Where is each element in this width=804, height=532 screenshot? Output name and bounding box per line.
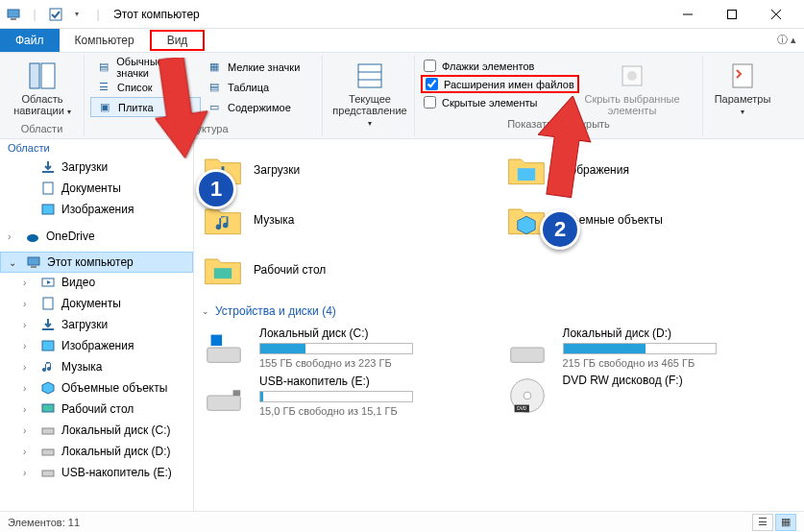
expand-icon[interactable]: › (23, 362, 35, 373)
sidebar-item-drive-d[interactable]: ›Локальный диск (D:) (0, 441, 193, 462)
folder-label: Музыка (254, 213, 294, 227)
checkbox-item-flags[interactable]: Флажки элементов (421, 59, 579, 73)
checkbox-qat-icon[interactable] (48, 7, 63, 22)
layout-table[interactable]: ▤Таблица (201, 77, 308, 97)
nav-pane[interactable]: Области Загрузки Документы Изображения ›… (0, 139, 194, 511)
expand-icon[interactable]: › (8, 231, 19, 242)
layout-content-label: Содержимое (228, 102, 291, 113)
expand-icon[interactable]: › (23, 404, 35, 415)
expand-icon[interactable]: › (23, 341, 35, 351)
nav-pane-button[interactable]: Областьнавигации ▾ (6, 57, 79, 117)
svg-rect-26 (42, 428, 54, 434)
sidebar-item-label: Видео (61, 276, 95, 289)
svg-rect-20 (31, 266, 37, 268)
svg-text:DVD: DVD (517, 406, 527, 411)
sidebar-item-drive-c[interactable]: ›Локальный диск (C:) (0, 420, 193, 441)
drive-icon (40, 444, 56, 459)
expand-icon[interactable]: › (23, 447, 35, 457)
current-view-button[interactable]: Текущеепредставление ▾ (329, 57, 411, 129)
expand-icon[interactable]: › (23, 320, 35, 330)
options-button[interactable]: Параметры▾ (709, 57, 776, 117)
svg-rect-23 (42, 328, 54, 330)
checkbox-item-flags-label: Флажки элементов (442, 60, 534, 72)
usb-drive-icon (202, 374, 246, 418)
sidebar-item-pictures-qa[interactable]: Изображения (0, 199, 193, 220)
drive-e[interactable]: USB-накопитель (E:) 15,0 ГБ свободно из … (202, 374, 494, 418)
content-area[interactable]: Загрузки Изображения Музыка Объемные объ… (194, 139, 804, 511)
expand-icon[interactable]: › (23, 299, 35, 309)
svg-rect-29 (517, 168, 534, 181)
sidebar-item-music[interactable]: ›Музыка (0, 356, 193, 377)
svg-rect-35 (233, 390, 241, 396)
checkbox-hidden-items-input[interactable] (424, 96, 436, 109)
svg-rect-1 (11, 18, 16, 20)
sidebar-item-downloads-qa[interactable]: Загрузки (0, 157, 193, 178)
hide-selected-button[interactable]: Скрыть выбранныеэлементы (579, 57, 685, 116)
layout-small-label: Мелкие значки (228, 61, 300, 73)
collapse-icon[interactable]: ⌄ (9, 257, 20, 268)
ribbon-help-icon[interactable]: ⓘ ▴ (777, 33, 796, 47)
layout-regular-icons[interactable]: ▤Обычные значки (90, 57, 201, 77)
expand-icon[interactable]: › (23, 468, 35, 478)
os-drive-icon (202, 326, 246, 370)
svg-rect-25 (42, 404, 54, 412)
pc-icon (26, 254, 41, 270)
section-drives-heading[interactable]: ⌄ Устройства и диски (4) (202, 297, 796, 322)
tab-view[interactable]: Вид (150, 30, 206, 51)
sidebar-item-pictures[interactable]: ›Изображения (0, 335, 193, 356)
checkbox-hidden-items[interactable]: Скрытые элементы (421, 95, 579, 109)
folder-desktop[interactable]: Рабочий стол (202, 247, 494, 293)
sidebar-item-drive-e[interactable]: ›USB-накопитель (E:) (0, 462, 193, 483)
folder-3d-objects[interactable]: Объемные объекты (505, 197, 797, 243)
sidebar-item-onedrive[interactable]: › OneDrive (0, 226, 193, 247)
layout-content[interactable]: ▭Содержимое (201, 97, 308, 117)
folder-music[interactable]: Музыка (202, 197, 494, 243)
group-label-show-hide: Показать или скрыть (421, 116, 696, 132)
folder-downloads[interactable]: Загрузки (202, 147, 494, 193)
nav-pane-heading: Области (0, 139, 193, 157)
sidebar-item-desktop[interactable]: ›Рабочий стол (0, 399, 193, 420)
close-button[interactable] (754, 0, 798, 29)
svg-point-37 (524, 392, 531, 399)
sidebar-item-this-pc[interactable]: ⌄ Этот компьютер (0, 252, 193, 273)
folder-label: Объемные объекты (557, 213, 663, 227)
expand-icon[interactable]: › (23, 278, 35, 288)
minimize-button[interactable] (666, 0, 710, 29)
folder-pictures[interactable]: Изображения (505, 147, 797, 193)
sidebar-item-documents-qa[interactable]: Документы (0, 178, 193, 199)
dropdown-qat-icon[interactable]: ▾ (69, 7, 85, 22)
drive-f-dvd[interactable]: DVD DVD RW дисковод (F:) (505, 374, 797, 418)
sidebar-item-videos[interactable]: ›Видео (0, 272, 193, 293)
layout-tiles[interactable]: ▣Плитка (90, 97, 201, 117)
folder-icon (505, 149, 548, 191)
sidebar-item-label: Изображения (61, 203, 134, 216)
layout-list[interactable]: ☰Список (90, 77, 201, 97)
svg-rect-22 (43, 298, 53, 309)
expand-icon[interactable]: › (23, 425, 35, 436)
layout-small-icons[interactable]: ▦Мелкие значки (201, 57, 308, 77)
svg-rect-34 (207, 396, 241, 410)
window-controls (666, 0, 798, 29)
sidebar-item-downloads[interactable]: ›Загрузки (0, 314, 193, 335)
maximize-button[interactable] (710, 0, 754, 29)
view-tiles-button[interactable]: ▦ (775, 514, 796, 531)
sidebar-item-label: Рабочий стол (61, 402, 134, 416)
sidebar-item-3d-objects[interactable]: ›Объемные объекты (0, 377, 193, 399)
drive-c[interactable]: Локальный диск (C:) 155 ГБ свободно из 2… (202, 326, 494, 370)
expand-icon[interactable]: › (23, 383, 35, 394)
view-details-button[interactable]: ☰ (752, 514, 773, 531)
details-icon: ▤ (207, 80, 222, 95)
svg-rect-7 (30, 63, 39, 88)
checkbox-item-flags-input[interactable] (424, 60, 436, 72)
checkbox-file-extensions[interactable]: Расширения имен файлов (421, 75, 579, 93)
sidebar-item-documents[interactable]: ›Документы (0, 293, 193, 314)
checkbox-file-extensions-input[interactable] (426, 78, 438, 90)
tab-file[interactable]: Файл (0, 29, 60, 52)
group-label-panes: Области (6, 121, 78, 136)
tab-computer[interactable]: Компьютер (60, 29, 150, 52)
svg-rect-9 (358, 64, 381, 87)
current-view-label2: представление (332, 105, 406, 116)
small-icons-icon: ▦ (207, 60, 222, 75)
drive-d[interactable]: Локальный диск (D:) 215 ГБ свободно из 4… (505, 326, 797, 370)
layout-table-label: Таблица (228, 82, 269, 93)
